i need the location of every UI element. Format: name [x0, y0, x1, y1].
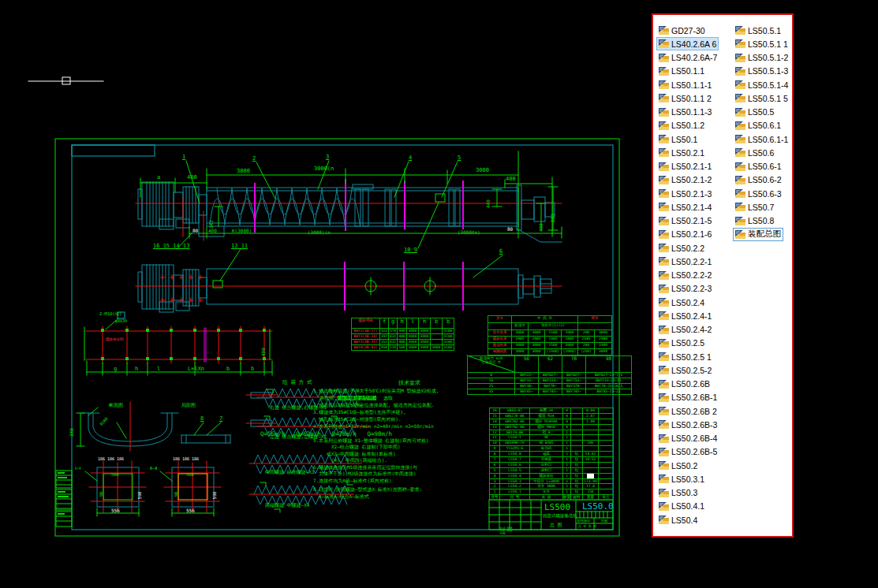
table-cell — [431, 334, 443, 340]
file-item[interactable]: LS50.4 — [657, 514, 699, 526]
file-item[interactable]: LS50.5.1 — [734, 24, 783, 36]
file-item[interactable]: LS50.2.6B-4 — [657, 433, 719, 445]
table-cell: 组 — [571, 484, 583, 489]
file-item[interactable]: LS50.3 — [657, 487, 699, 499]
table-cell: BWY37B— — [562, 384, 586, 389]
file-item[interactable]: LS50.5.1-3 — [734, 65, 790, 77]
balloon-8: 8 — [200, 416, 204, 422]
file-item[interactable]: LS50.1.1-3 — [657, 106, 713, 118]
file-item[interactable]: LS40.2.6A-7 — [657, 52, 719, 64]
table-cell: 首节 3000 — [530, 484, 563, 489]
file-item[interactable]: LS50.6-3 — [734, 188, 783, 199]
file-item[interactable]: 装配总图 — [734, 229, 783, 240]
table-cell: 1 — [563, 457, 571, 463]
table-cell: 3000 — [512, 330, 529, 337]
table-cell: BWY827— — [539, 373, 562, 378]
table-cell: 1 — [563, 430, 571, 436]
table-cell: 6 — [490, 463, 500, 468]
file-item[interactable]: LS50.2.2-3 — [657, 283, 713, 295]
table-cell: 1 — [563, 474, 571, 479]
file-item[interactable]: LS50.2.6B-1 — [657, 392, 719, 404]
dwg-file-icon — [659, 461, 669, 470]
table-cell: n — [563, 479, 571, 485]
table-cell: LS50.8 — [500, 452, 530, 457]
file-item[interactable]: LS50.2.1-6 — [657, 229, 713, 240]
file-item[interactable]: LS50.6.1-1 — [734, 133, 790, 145]
file-item[interactable]: LS50.2.1-1 — [657, 161, 713, 173]
file-item-label: LS50.8 — [748, 216, 774, 225]
balloon-6: 6 — [499, 249, 503, 255]
file-item[interactable]: LS50.1.1-1 — [657, 79, 713, 91]
cad-viewport[interactable]: 123456a40030003000(n30004004408834003428… — [0, 0, 878, 588]
table-cell: 200 — [578, 330, 595, 337]
file-item[interactable]: LS50.2.6B 2 — [657, 405, 719, 417]
file-item[interactable]: LS50.8 — [734, 215, 775, 227]
file-item[interactable]: LS50.6.1 — [734, 120, 783, 132]
file-item[interactable]: LS50.2.1-5 — [657, 215, 713, 227]
table-cell: BWY827—23—7.5 — [586, 373, 632, 378]
file-item[interactable]: LS50.1.1 2 — [657, 92, 713, 104]
file-item[interactable]: LS50.2.1-4 — [657, 201, 713, 213]
table-cell: 螺母 M24 — [530, 414, 563, 419]
dwg-file-icon — [659, 474, 669, 483]
file-item[interactable]: LS50.2.2-2 — [657, 270, 713, 281]
file-item[interactable]: LS50.2.5 1 — [657, 351, 713, 363]
table-cell: 374 — [389, 329, 398, 334]
file-item[interactable]: LS50.2.1 — [657, 147, 706, 158]
drawing-label: 400 — [506, 177, 516, 182]
table-cell: LS50.6 — [500, 463, 530, 468]
file-item[interactable]: GD27-30 — [657, 24, 707, 36]
balloon-5: 5 — [458, 155, 461, 161]
table-cell — [583, 474, 599, 479]
table-cell — [599, 414, 614, 419]
dwg-file-icon — [659, 489, 669, 497]
drawing-label: 4.本系列转速n1=32r/min n2=40r/min n3=50r/min — [313, 424, 434, 429]
file-item[interactable]: LS50.2.1-3 — [657, 188, 713, 199]
file-item[interactable]: LS50.2.1-2 — [657, 174, 713, 186]
dwg-file-icon — [659, 502, 669, 511]
table-cell — [599, 468, 614, 474]
file-item[interactable]: LS50.2.4 — [657, 296, 706, 308]
file-item[interactable]: LS50.6-2 — [734, 174, 783, 186]
file-item[interactable]: LS50.2.5-2 — [657, 364, 713, 376]
file-item[interactable]: LS50.1 — [657, 133, 699, 145]
file-item[interactable]: LS50.2.6B-3 — [657, 419, 719, 430]
file-item[interactable]: LS50.5.1-4 — [734, 79, 790, 91]
file-item[interactable]: LS50.2.5 — [657, 337, 706, 349]
drawing-label: b — [226, 367, 230, 372]
table-cell: 1500 — [545, 343, 562, 349]
file-item[interactable]: LS50.3.1 — [657, 473, 706, 485]
file-item[interactable]: LS50.1.1 — [657, 65, 706, 77]
file-item-label: LS50.2.1-5 — [671, 216, 712, 225]
file-item[interactable]: LS50.4.1 — [657, 501, 706, 512]
file-item[interactable]: LS50.5.1-2 — [734, 52, 790, 64]
file-item-label: LS50.6 — [748, 148, 774, 158]
file-item[interactable]: LS50.7 — [734, 201, 775, 213]
drawing-label: (3000)(n — [308, 230, 331, 235]
file-item[interactable]: LS50.2.2-1 — [657, 255, 713, 267]
file-item[interactable]: LS50.1.2 — [657, 120, 706, 132]
file-item[interactable]: LS50.2 — [657, 460, 699, 471]
table-cell: BWY2(XB-17) — [352, 329, 380, 334]
file-item[interactable]: LS50.6-1 — [734, 161, 783, 173]
file-item[interactable]: LS50.2.4-1 — [657, 310, 713, 322]
table-cell: 名 称 — [530, 495, 563, 501]
file-item[interactable]: LS50.2.6B — [657, 378, 712, 390]
file-item[interactable]: LS50.5 — [734, 106, 775, 118]
table-cell: 12 — [490, 430, 500, 436]
table-cell: 2.07 — [583, 414, 599, 419]
file-item[interactable]: LS50.2.6B-5 — [657, 446, 719, 458]
balloon-1: 1 — [182, 154, 185, 160]
file-item[interactable]: LS50.2.2 — [657, 242, 706, 254]
table-cell: 组 — [571, 452, 583, 457]
file-item-label: LS50.1 — [671, 135, 697, 144]
file-item[interactable]: LS40.2.6A 6 — [657, 38, 718, 50]
file-item[interactable]: LS50.2.4-2 — [657, 324, 713, 336]
drawing-label: L=lXn — [188, 367, 204, 372]
balloon-2: 2 — [252, 156, 256, 162]
file-item-label: LS50.5.1-2 — [748, 53, 788, 62]
file-item[interactable]: LS50.5.1 5 — [734, 92, 790, 104]
file-item-label: LS50.6.1 — [748, 121, 781, 130]
file-item[interactable]: LS50.5.1 1 — [734, 38, 790, 50]
file-item[interactable]: LS50.6 — [734, 147, 775, 158]
